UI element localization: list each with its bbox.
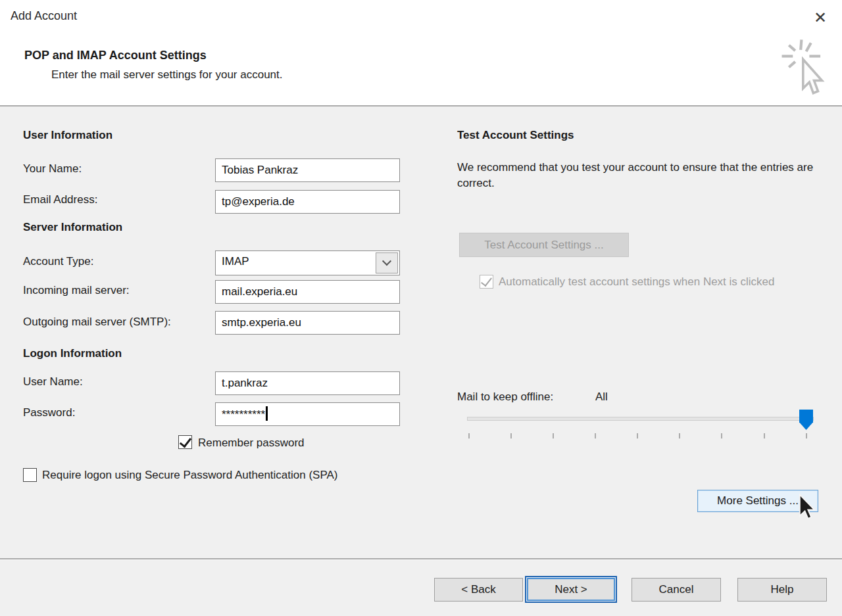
dropdown-button[interactable]: [376, 252, 398, 273]
outgoing-mail-server-input[interactable]: [215, 311, 400, 335]
help-button[interactable]: Help: [737, 578, 827, 602]
cancel-button[interactable]: Cancel: [632, 578, 721, 602]
dialog-header-band: Add Account ✕ POP and IMAP Account Setti…: [0, 0, 842, 107]
mail-to-keep-offline-value: All: [595, 391, 608, 404]
your-name-input[interactable]: [215, 158, 400, 182]
auto-test-label: Automatically test account settings when…: [499, 274, 814, 289]
window-title: Add Account: [11, 9, 77, 23]
outgoing-mail-server-label: Outgoing mail server (SMTP):: [23, 316, 171, 329]
password-label: Password:: [23, 406, 75, 419]
user-name-label: User Name:: [23, 375, 83, 389]
offline-mail-slider-thumb[interactable]: [799, 410, 813, 430]
slider-tick: [637, 433, 638, 438]
remember-password-label: Remember password: [198, 435, 305, 450]
server-information-heading: Server Information: [23, 221, 122, 234]
slider-tick: [468, 433, 470, 438]
email-address-input[interactable]: [215, 190, 400, 214]
spa-checkbox[interactable]: [23, 468, 37, 482]
test-account-settings-heading: Test Account Settings: [457, 129, 574, 142]
incoming-mail-server-label: Incoming mail server:: [23, 284, 130, 297]
test-account-settings-button[interactable]: Test Account Settings ...: [459, 233, 629, 257]
page-subtitle: Enter the mail server settings for your …: [51, 68, 283, 82]
mail-to-keep-offline-label: Mail to keep offline:: [457, 391, 553, 404]
test-account-description: We recommend that you test your account …: [457, 160, 818, 191]
page-title: POP and IMAP Account Settings: [24, 49, 207, 62]
chevron-down-icon: [382, 256, 391, 266]
close-icon[interactable]: ✕: [809, 7, 831, 29]
account-type-dropdown[interactable]: IMAP: [215, 250, 400, 275]
slider-tick: [721, 433, 722, 438]
spa-label: Require logon using Secure Password Auth…: [42, 467, 397, 483]
password-masked-value: **********: [222, 408, 265, 421]
incoming-mail-server-input[interactable]: [215, 280, 400, 304]
mouse-cursor-icon: [796, 494, 818, 521]
logon-information-heading: Logon Information: [23, 347, 122, 360]
text-caret: [266, 406, 268, 421]
slider-tick: [595, 433, 596, 438]
user-name-input[interactable]: [215, 371, 400, 395]
slider-tick: [679, 433, 680, 438]
next-button[interactable]: Next >: [525, 576, 617, 603]
slider-tick: [764, 433, 765, 438]
click-burst-cursor-icon: [780, 38, 828, 103]
user-information-heading: User Information: [23, 129, 112, 142]
footer-divider: [0, 558, 842, 559]
back-button[interactable]: < Back: [434, 578, 523, 602]
account-type-value: IMAP: [222, 255, 249, 268]
email-address-label: Email Address:: [23, 193, 97, 206]
offline-mail-slider-track[interactable]: [467, 417, 814, 421]
add-account-dialog: Add Account ✕ POP and IMAP Account Setti…: [0, 0, 842, 616]
password-input[interactable]: **********: [215, 402, 400, 426]
auto-test-checkbox[interactable]: [480, 275, 493, 289]
remember-password-checkbox[interactable]: [178, 435, 192, 449]
slider-tick: [510, 433, 512, 438]
your-name-label: Your Name:: [23, 162, 82, 176]
account-type-label: Account Type:: [23, 255, 93, 268]
slider-tick: [553, 433, 554, 438]
slider-tick: [806, 433, 807, 438]
